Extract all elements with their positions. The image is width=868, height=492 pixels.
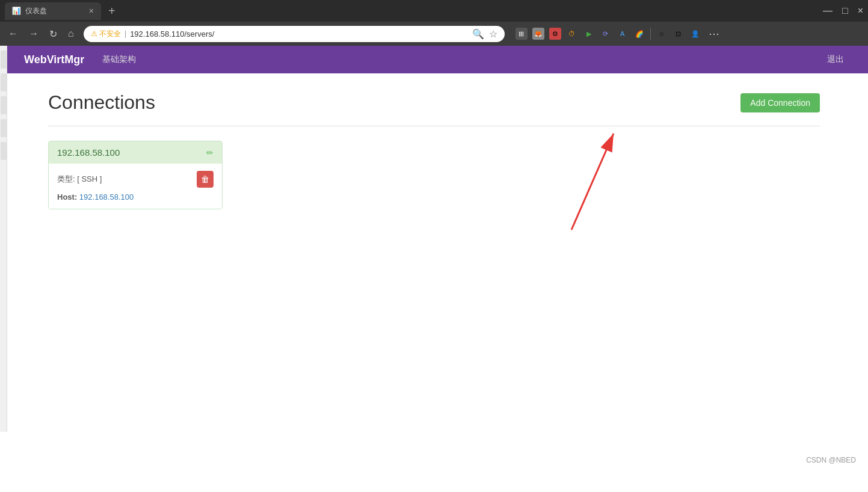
search-icon[interactable]: 🔍: [472, 28, 484, 40]
page-title: Connections: [48, 91, 155, 114]
tab-favicon-icon: 📊: [12, 7, 20, 15]
logout-link[interactable]: 退出: [827, 54, 844, 65]
tab-close-button[interactable]: ×: [89, 6, 94, 16]
browser-extensions: ⊞ 🦊 ⚙ ⏱ ▶ ⟳ A 🌈 ☆ ⊡ 👤 ⋯: [516, 27, 722, 40]
address-icons: 🔍 ☆: [472, 28, 497, 40]
new-tab-button[interactable]: +: [105, 5, 119, 17]
page-header: Connections Add Connection: [48, 91, 820, 114]
browser-navbar: ← → ↻ ⌂ ⚠ 不安全 | 192.168.58.110/servers/ …: [0, 22, 868, 46]
tab-title: 仪表盘: [25, 6, 47, 16]
content-divider: [48, 126, 820, 126]
host-row: Host: 192.168.58.100: [57, 192, 214, 201]
main-content: Connections Add Connection 192.168.58.10…: [0, 73, 868, 470]
delete-button[interactable]: 🗑: [197, 171, 214, 188]
maximize-button[interactable]: □: [842, 5, 848, 16]
ext-icon-9[interactable]: ☆: [656, 28, 668, 40]
card-header: 192.168.58.100 ✏: [49, 141, 222, 164]
ext-icon-4[interactable]: ⏱: [566, 28, 578, 40]
back-button[interactable]: ←: [5, 26, 22, 42]
sidebar-item-2: [1, 73, 7, 91]
minimize-button[interactable]: —: [823, 5, 833, 16]
app-brand: WebVirtMgr: [24, 54, 84, 66]
address-text: 192.168.58.110/servers/: [130, 29, 469, 38]
ext-icon-10[interactable]: ⊡: [673, 28, 685, 40]
ext-divider: [650, 28, 651, 40]
star-icon[interactable]: ☆: [489, 28, 497, 40]
sidebar-item-4: [1, 119, 7, 137]
ext-icon-3[interactable]: ⚙: [549, 28, 561, 40]
ext-icon-1[interactable]: ⊞: [516, 28, 528, 40]
nav-infrastructure[interactable]: 基础架构: [102, 54, 136, 65]
sidebar-item-1: [1, 51, 7, 69]
address-bar[interactable]: ⚠ 不安全 | 192.168.58.110/servers/ 🔍 ☆: [84, 26, 505, 42]
svg-line-1: [571, 134, 614, 230]
ext-icon-2[interactable]: 🦊: [532, 28, 544, 40]
more-button[interactable]: ⋯: [706, 27, 722, 40]
ext-icon-6[interactable]: ⟳: [600, 28, 612, 40]
left-sidebar: [0, 46, 7, 432]
browser-titlebar: 📊 仪表盘 × + — □ ×: [0, 0, 868, 22]
close-button[interactable]: ×: [858, 5, 863, 16]
sidebar-item-5: [1, 142, 7, 160]
window-controls: — □ ×: [823, 5, 863, 16]
edit-icon[interactable]: ✏: [206, 148, 214, 158]
browser-tab[interactable]: 📊 仪表盘 ×: [5, 2, 101, 20]
ext-icon-8[interactable]: 🌈: [633, 28, 645, 40]
host-label: Host:: [57, 192, 79, 201]
ext-icon-5[interactable]: ▶: [583, 28, 595, 40]
home-button[interactable]: ⌂: [64, 26, 78, 42]
type-row: 类型: [ SSH ] 🗑: [57, 171, 214, 188]
refresh-button[interactable]: ↻: [46, 26, 61, 42]
address-divider: |: [125, 29, 126, 38]
sidebar-item-3: [1, 96, 7, 114]
arrow-annotation: [493, 97, 674, 254]
watermark: CSDN @NBED: [806, 456, 856, 464]
host-value: 192.168.58.100: [79, 192, 134, 201]
type-label: 类型: [ SSH ]: [57, 174, 102, 185]
security-warning: ⚠ 不安全: [91, 29, 121, 39]
card-ip: 192.168.58.100: [57, 147, 120, 158]
connection-card: 192.168.58.100 ✏ 类型: [ SSH ] 🗑 Host: 192…: [48, 141, 223, 209]
ext-icon-7[interactable]: A: [617, 28, 629, 40]
forward-button[interactable]: →: [25, 26, 42, 42]
card-body: 类型: [ SSH ] 🗑 Host: 192.168.58.100: [49, 164, 222, 209]
ext-icon-11[interactable]: 👤: [689, 28, 701, 40]
add-connection-button[interactable]: Add Connection: [740, 93, 820, 112]
app-header: WebVirtMgr 基础架构 退出: [0, 46, 868, 73]
